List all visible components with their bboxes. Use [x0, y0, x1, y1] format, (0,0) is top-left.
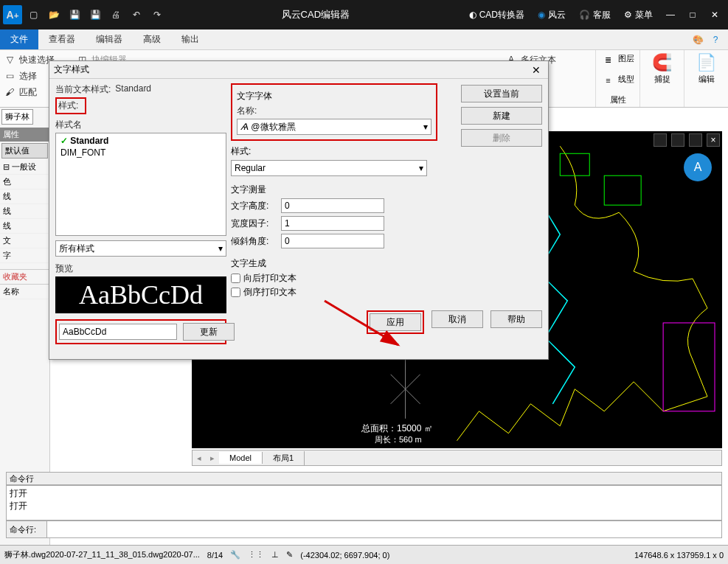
prop-row[interactable]: 字	[0, 248, 49, 263]
style-section-label: 样式:	[58, 100, 78, 111]
menu-output[interactable]: 输出	[171, 29, 209, 49]
gen-section-label: 文字生成	[231, 257, 542, 270]
height-input[interactable]	[281, 198, 384, 213]
favorites-section[interactable]: 收藏夹	[0, 269, 49, 285]
apply-button[interactable]: 应用	[370, 313, 421, 331]
sb-coords: (-42304.02; 6697.904; 0)	[300, 551, 389, 560]
ft-btn-3[interactable]	[689, 133, 702, 147]
delete-style-button[interactable]: 删除	[461, 129, 542, 147]
prop-row[interactable]: 色	[0, 175, 49, 189]
select-label[interactable]: 选择	[19, 70, 37, 83]
tab-next-icon[interactable]: ▸	[206, 453, 219, 463]
font-section-label: 文字字体	[237, 90, 431, 102]
print-icon[interactable]: 🖨	[106, 5, 125, 24]
update-button[interactable]: 更新	[183, 323, 235, 341]
svg-rect-0	[663, 323, 715, 411]
prop-row[interactable]: 文	[0, 234, 49, 248]
font-type-icon: Ѧ	[240, 122, 249, 132]
select-icon[interactable]: ▭	[3, 69, 16, 83]
support-button[interactable]: 🎧客服	[575, 7, 615, 23]
ft-btn-1[interactable]	[654, 133, 667, 147]
font-name-label: 名称:	[237, 105, 431, 117]
fengyun-button[interactable]: ◉风云	[533, 7, 570, 23]
palette-icon[interactable]: 🎨	[691, 33, 704, 46]
style-filter-combo[interactable]: 所有样式▾	[55, 240, 226, 257]
ribbon-group-edit[interactable]: 📄编辑	[684, 50, 728, 107]
backward-checkbox[interactable]	[231, 274, 240, 283]
menu-file[interactable]: 文件	[0, 29, 38, 49]
sb-pages: 8/14	[207, 551, 223, 560]
menu-advanced[interactable]: 高级	[133, 29, 171, 49]
oblique-input[interactable]	[281, 234, 384, 248]
undo-icon[interactable]: ↶	[127, 5, 146, 24]
assist-button[interactable]: A	[684, 153, 712, 181]
prop-row[interactable]: 线	[0, 204, 49, 219]
perimeter-label: 周长：560 m	[375, 434, 422, 445]
maximize-button[interactable]: □	[684, 6, 701, 24]
style-list[interactable]: Standard DIM_FONT	[55, 133, 226, 236]
total-area-label: 总面积：15000 ㎡	[361, 422, 433, 435]
gear-icon: ⚙	[624, 10, 632, 20]
set-current-button[interactable]: 设置当前	[461, 85, 542, 102]
new-style-button[interactable]: 新建	[461, 107, 542, 125]
width-label: 宽度因子:	[231, 217, 275, 230]
sb-tool-icon[interactable]: 🔧	[230, 550, 240, 560]
floating-toolbar: ×	[651, 131, 722, 149]
menu-viewer[interactable]: 查看器	[38, 29, 86, 49]
app-logo-icon: A+	[3, 5, 22, 24]
general-row[interactable]: ⊟ 一般设	[0, 160, 49, 175]
sb-dims: 147648.6 x 137959.1 x 0	[634, 551, 724, 560]
current-style-label: 当前文本样式:	[55, 83, 111, 96]
help-button[interactable]: 帮助	[490, 310, 542, 328]
prop-row[interactable]: 线	[0, 219, 49, 234]
sb-file: 狮子林.dwg2020-07-27_11_11_38_015.dwg2020-0…	[4, 549, 200, 560]
preview-input[interactable]	[59, 324, 177, 340]
minimize-button[interactable]: —	[662, 6, 679, 24]
saveall-icon[interactable]: 💾	[86, 5, 105, 24]
defaults-tab[interactable]: 默认值	[1, 143, 48, 159]
upside-checkbox[interactable]	[231, 288, 240, 297]
style-list-item[interactable]: DIM_FONT	[58, 147, 224, 159]
ft-btn-2[interactable]	[671, 133, 684, 147]
close-button[interactable]: ✕	[706, 6, 724, 24]
tab-model[interactable]: Model	[219, 452, 263, 464]
sb-grid-icon[interactable]: ⋮⋮	[248, 550, 264, 560]
prop-row[interactable]: 线	[0, 189, 49, 204]
menu-button[interactable]: ⚙菜单	[620, 7, 657, 23]
ft-close-icon[interactable]: ×	[707, 133, 720, 147]
font-style-combo[interactable]: Regular▾	[231, 160, 427, 176]
sb-snap-icon[interactable]: ✎	[286, 550, 293, 560]
doc-tab[interactable]: 狮子林	[1, 109, 33, 125]
filter-icon[interactable]: ▽	[3, 53, 16, 66]
cancel-button[interactable]: 取消	[431, 310, 483, 328]
dialog-close-button[interactable]: ✕	[529, 63, 544, 77]
oblique-label: 倾斜角度:	[231, 235, 275, 248]
headset-icon: 🎧	[579, 10, 590, 20]
open-icon[interactable]: 📂	[44, 5, 63, 24]
new-icon[interactable]: ▢	[24, 5, 43, 24]
statusbar: 狮子林.dwg2020-07-27_11_11_38_015.dwg2020-0…	[0, 545, 728, 564]
tab-prev-icon[interactable]: ◂	[193, 453, 206, 463]
linetype-icon[interactable]: ≡	[602, 74, 615, 87]
measure-section-label: 文字测量	[231, 184, 542, 196]
preview-box: AaBbCcDd	[55, 276, 226, 313]
match-label[interactable]: 匹配	[19, 86, 37, 99]
ribbon-group-snap[interactable]: 🧲捕捉	[639, 50, 684, 107]
height-label: 文字高度:	[231, 200, 275, 212]
redo-icon[interactable]: ↷	[148, 5, 167, 24]
sb-ortho-icon[interactable]: ⊥	[271, 550, 279, 560]
width-input[interactable]	[281, 216, 384, 231]
style-list-item[interactable]: Standard	[58, 135, 224, 147]
cad-converter-button[interactable]: ◐CAD转换器	[465, 7, 529, 23]
dialog-title: 文字样式	[54, 63, 89, 76]
tab-layout1[interactable]: 布局1	[263, 451, 305, 465]
help-icon[interactable]: ?	[709, 33, 722, 46]
layer-icon[interactable]: ≣	[602, 53, 615, 66]
app-title: 风云CAD编辑器	[167, 8, 465, 21]
match-icon[interactable]: 🖌	[3, 86, 16, 99]
chevron-down-icon: ▾	[218, 243, 223, 254]
command-input[interactable]	[47, 521, 722, 538]
save-icon[interactable]: 💾	[65, 5, 84, 24]
menu-editor[interactable]: 编辑器	[86, 29, 133, 49]
font-name-combo[interactable]: Ѧ @微软雅黑 ▾	[237, 119, 431, 135]
